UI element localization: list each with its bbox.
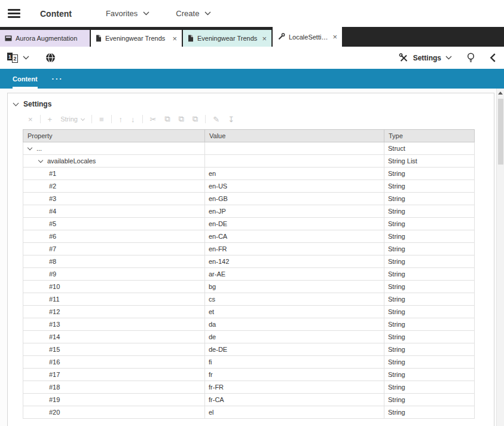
column-header-value: Value bbox=[205, 130, 384, 142]
hamburger-icon bbox=[8, 9, 20, 11]
view-tab-content[interactable]: Content bbox=[13, 69, 38, 89]
favorites-menu-button[interactable]: Favorites bbox=[106, 9, 149, 18]
value-cell[interactable]: ar-AE bbox=[205, 268, 384, 281]
table-row[interactable]: #12 et String bbox=[23, 306, 475, 318]
cut-button[interactable]: ✂ bbox=[146, 115, 161, 124]
tab-aurora-augmentation[interactable]: Aurora Augmentation bbox=[0, 30, 90, 47]
property-label: #7 bbox=[49, 243, 56, 255]
table-row[interactable]: #14 de String bbox=[23, 331, 475, 343]
table-row[interactable]: #20 el String bbox=[23, 406, 475, 419]
column-header-type: Type bbox=[384, 130, 475, 142]
table-row[interactable]: #15 de-DE String bbox=[23, 343, 475, 356]
table-row[interactable]: #18 fr-FR String bbox=[23, 381, 475, 394]
property-cell: #12 bbox=[23, 306, 205, 318]
column-header-property: Property bbox=[23, 130, 205, 142]
edit-button[interactable]: ✎ bbox=[209, 115, 224, 124]
table-row[interactable]: ... Struct bbox=[23, 142, 475, 155]
create-menu-button[interactable]: Create bbox=[176, 9, 211, 18]
table-row[interactable]: #9 ar-AE String bbox=[23, 268, 475, 281]
chevron-left-icon bbox=[490, 53, 496, 62]
chevron-down-icon bbox=[23, 56, 29, 60]
site-globe-button[interactable] bbox=[45, 53, 56, 63]
value-type-select[interactable]: String bbox=[56, 115, 88, 123]
value-cell[interactable]: en-JP bbox=[205, 205, 384, 218]
more-view-tabs-button[interactable]: ··· bbox=[52, 69, 63, 89]
value-cell[interactable]: en-CA bbox=[205, 230, 384, 243]
close-icon[interactable]: × bbox=[262, 35, 267, 42]
paste-into-button[interactable]: ⧉ bbox=[188, 114, 202, 124]
value-cell[interactable] bbox=[205, 142, 384, 155]
table-row[interactable]: #7 en-FR String bbox=[23, 243, 475, 255]
value-cell[interactable]: el bbox=[205, 406, 384, 419]
table-row[interactable]: #6 en-CA String bbox=[23, 230, 475, 243]
table-row[interactable]: #19 fr-CA String bbox=[23, 394, 475, 406]
tab-eveningwear-trends-1[interactable]: Eveningwear Trends × bbox=[91, 30, 182, 47]
property-label: #12 bbox=[49, 306, 60, 318]
value-cell[interactable]: en-DE bbox=[205, 218, 384, 230]
value-cell[interactable]: de-DE bbox=[205, 343, 384, 356]
table-row[interactable]: #2 en-US String bbox=[23, 180, 475, 193]
value-cell[interactable]: fr-CA bbox=[205, 394, 384, 406]
tab-localesettings[interactable]: LocaleSettings × bbox=[273, 27, 342, 47]
add-value-button[interactable]: + bbox=[44, 115, 57, 124]
chevron-down-icon bbox=[445, 56, 452, 60]
expand-collapse-icon[interactable] bbox=[28, 145, 32, 150]
move-up-button[interactable]: ↑ bbox=[115, 115, 127, 124]
property-cell: #5 bbox=[23, 218, 205, 230]
value-cell[interactable]: cs bbox=[205, 293, 384, 306]
vertical-scrollbar[interactable] bbox=[496, 89, 504, 426]
property-label: #9 bbox=[49, 268, 56, 280]
value-cell[interactable]: en bbox=[205, 168, 384, 180]
locale-variants-button[interactable]: 1 2 bbox=[7, 53, 29, 63]
value-cell[interactable]: en-GB bbox=[205, 193, 384, 205]
value-cell[interactable]: bg bbox=[205, 281, 384, 293]
property-label: #2 bbox=[49, 180, 56, 192]
collapse-panel-button[interactable] bbox=[490, 53, 496, 62]
table-row[interactable]: #13 da String bbox=[23, 318, 475, 331]
hints-button[interactable] bbox=[466, 53, 475, 63]
scroll-up-button[interactable] bbox=[497, 89, 504, 98]
scrollbar-thumb[interactable] bbox=[498, 99, 503, 165]
wrench-icon bbox=[399, 53, 409, 62]
struct-table-body: ... Struct availableLocales String List … bbox=[23, 142, 475, 419]
table-row[interactable]: #4 en-JP String bbox=[23, 205, 475, 218]
property-label: #15 bbox=[49, 343, 60, 355]
tab-eveningwear-trends-2[interactable]: Eveningwear Trends × bbox=[183, 30, 271, 47]
value-cell[interactable]: fi bbox=[205, 356, 384, 369]
property-cell: #8 bbox=[23, 255, 205, 268]
property-cell: ... bbox=[23, 142, 205, 155]
value-cell[interactable] bbox=[205, 155, 384, 168]
property-cell: #17 bbox=[23, 369, 205, 381]
expand-collapse-icon[interactable] bbox=[38, 157, 43, 162]
table-row[interactable]: #16 fi String bbox=[23, 356, 475, 369]
table-row[interactable]: #3 en-GB String bbox=[23, 193, 475, 205]
value-cell[interactable]: en-142 bbox=[205, 255, 384, 268]
settings-menu-button[interactable]: Settings bbox=[399, 53, 452, 62]
remove-value-button[interactable]: × bbox=[24, 115, 37, 124]
move-down-button[interactable]: ↓ bbox=[127, 115, 139, 124]
table-row[interactable]: #8 en-142 String bbox=[23, 255, 475, 268]
value-cell[interactable]: fr bbox=[205, 369, 384, 381]
close-icon[interactable]: × bbox=[332, 33, 337, 41]
main-menu-button[interactable] bbox=[8, 9, 20, 18]
struct-editor-toolbar: × + String ≡ ↑ ↓ ✂ ⧉ ⧉ ⧉ ✎ ↧ bbox=[24, 114, 494, 124]
close-icon[interactable]: × bbox=[172, 35, 177, 42]
table-row[interactable]: #5 en-DE String bbox=[23, 218, 475, 230]
type-cell: String bbox=[384, 356, 475, 369]
value-cell[interactable]: en-US bbox=[205, 180, 384, 193]
value-cell[interactable]: et bbox=[205, 306, 384, 318]
table-row[interactable]: #1 en String bbox=[23, 168, 475, 180]
value-cell[interactable]: da bbox=[205, 318, 384, 331]
settings-section-header[interactable]: Settings bbox=[8, 93, 494, 108]
value-cell[interactable]: en-FR bbox=[205, 243, 384, 255]
copy-button[interactable]: ⧉ bbox=[160, 114, 174, 124]
table-row[interactable]: #10 bg String bbox=[23, 281, 475, 293]
table-row[interactable]: #11 cs String bbox=[23, 293, 475, 306]
value-cell[interactable]: de bbox=[205, 331, 384, 343]
value-cell[interactable]: fr-FR bbox=[205, 381, 384, 394]
list-view-button[interactable]: ≡ bbox=[95, 115, 108, 124]
paste-button[interactable]: ⧉ bbox=[175, 114, 188, 124]
import-button[interactable]: ↧ bbox=[224, 115, 239, 124]
table-row[interactable]: #17 fr String bbox=[23, 369, 475, 381]
table-row[interactable]: availableLocales String List bbox=[23, 155, 475, 168]
